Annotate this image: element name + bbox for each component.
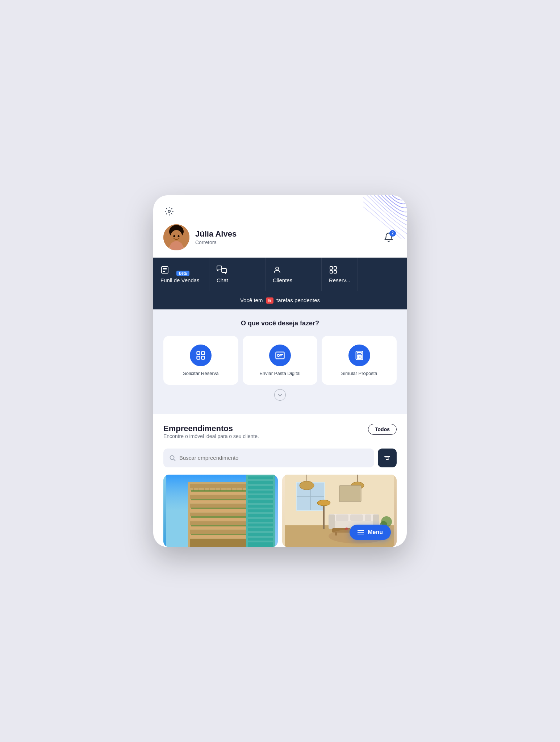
svg-rect-11 <box>222 268 226 272</box>
svg-rect-120 <box>340 486 360 501</box>
dev-title: Empreendimentos <box>163 424 259 433</box>
svg-rect-44 <box>190 484 251 488</box>
svg-rect-106 <box>350 514 363 521</box>
svg-rect-103 <box>329 514 335 529</box>
svg-rect-65 <box>190 530 251 534</box>
property-grid: Menu <box>163 475 397 547</box>
svg-rect-82 <box>248 509 273 512</box>
svg-point-4 <box>174 235 175 237</box>
action-enviar-pasta[interactable]: Enviar Pasta Digital <box>243 336 318 385</box>
chat-icon <box>217 266 227 274</box>
svg-rect-85 <box>248 524 273 526</box>
svg-rect-29 <box>360 355 362 357</box>
svg-rect-107 <box>365 514 371 521</box>
pasta-icon <box>275 350 285 360</box>
calc-icon <box>354 350 364 360</box>
svg-rect-73 <box>191 534 250 535</box>
search-input-wrap <box>163 449 374 467</box>
search-input[interactable] <box>179 455 368 461</box>
tab-funil[interactable]: Beta Funil de Vendas <box>153 258 209 291</box>
dev-subtitle: Encontre o imóvel ideal para o seu clien… <box>163 433 259 439</box>
svg-rect-77 <box>248 486 273 489</box>
svg-rect-68 <box>191 490 250 492</box>
svg-rect-114 <box>323 504 325 529</box>
svg-point-38 <box>385 456 386 457</box>
svg-rect-71 <box>191 516 250 518</box>
developments-section: Empreendimentos Encontre o imóvel ideal … <box>153 414 407 547</box>
svg-rect-70 <box>191 508 250 509</box>
svg-rect-15 <box>330 271 333 273</box>
svg-line-34 <box>174 459 176 461</box>
action-simular-proposta[interactable]: Simular Proposta <box>322 336 397 385</box>
enviar-pasta-icon-circle <box>269 345 291 366</box>
svg-point-0 <box>168 210 170 212</box>
chevron-down-icon <box>277 392 283 397</box>
tasks-text-after: tarefas pendentes <box>276 297 320 303</box>
solicitar-reserva-label: Solicitar Reserva <box>183 371 218 376</box>
svg-rect-84 <box>248 519 273 522</box>
tab-clientes-label: Clientes <box>273 277 292 283</box>
dev-title-group: Empreendimentos Encontre o imóvel ideal … <box>163 424 259 446</box>
svg-rect-59 <box>190 504 251 508</box>
simular-proposta-label: Simular Proposta <box>341 371 377 376</box>
nav-tabs: Beta Funil de Vendas Chat <box>153 258 407 291</box>
svg-point-40 <box>387 459 388 460</box>
svg-point-98 <box>300 481 314 490</box>
user-role: Corretora <box>195 239 237 245</box>
tab-chat-label: Chat <box>217 277 228 283</box>
svg-rect-76 <box>248 481 273 484</box>
enviar-pasta-label: Enviar Pasta Digital <box>259 371 300 376</box>
tab-chat[interactable]: Chat <box>209 258 266 291</box>
search-row <box>163 449 397 467</box>
property-card-left[interactable] <box>163 475 278 547</box>
svg-point-115 <box>317 500 330 506</box>
svg-rect-69 <box>191 499 250 500</box>
svg-rect-14 <box>334 267 337 269</box>
svg-point-12 <box>276 267 279 270</box>
simular-proposta-icon-circle <box>348 345 370 366</box>
grid-icon <box>329 266 338 274</box>
actions-section: O que você deseja fazer? Solicitar Reser… <box>153 309 407 414</box>
svg-rect-67 <box>190 539 251 547</box>
tab-reservas[interactable]: Reserv... <box>322 258 358 291</box>
svg-point-33 <box>170 455 174 459</box>
dev-header: Empreendimentos Encontre o imóvel ideal … <box>163 424 397 446</box>
svg-rect-20 <box>202 356 205 359</box>
solicitar-icon <box>196 350 206 360</box>
filter-icon <box>384 454 391 462</box>
svg-rect-72 <box>191 525 250 526</box>
scroll-indicator <box>163 385 397 407</box>
svg-rect-83 <box>248 514 273 517</box>
todos-button[interactable]: Todos <box>368 424 397 435</box>
filter-button[interactable] <box>378 449 397 467</box>
svg-point-22 <box>277 354 279 357</box>
svg-rect-88 <box>248 538 273 541</box>
svg-rect-105 <box>336 514 348 521</box>
profile-details: Júlia Alves Corretora <box>195 229 237 245</box>
tasks-text-before: Você tem <box>240 297 263 303</box>
svg-rect-28 <box>359 355 360 357</box>
user-name: Júlia Alves <box>195 229 237 239</box>
svg-rect-78 <box>248 491 273 493</box>
svg-rect-79 <box>248 495 273 498</box>
svg-rect-81 <box>248 505 273 508</box>
menu-icon <box>358 530 364 535</box>
menu-button[interactable]: Menu <box>350 525 391 540</box>
property-card-right[interactable]: Menu <box>282 475 397 547</box>
beta-badge: Beta <box>176 271 189 276</box>
svg-rect-32 <box>360 357 362 358</box>
tasks-banner: Você tem 5 tarefas pendentes <box>153 291 407 309</box>
svg-rect-18 <box>202 351 205 354</box>
settings-button[interactable] <box>163 205 175 217</box>
profile-info: Júlia Alves Corretora <box>163 224 237 250</box>
svg-rect-17 <box>197 351 200 354</box>
action-solicitar-reserva[interactable]: Solicitar Reserva <box>163 336 238 385</box>
header: Júlia Alves Corretora 2 <box>153 195 407 258</box>
tab-clientes[interactable]: Clientes <box>266 258 322 291</box>
scroll-down-button[interactable] <box>274 389 286 401</box>
notification-badge: 2 <box>389 230 396 237</box>
svg-rect-16 <box>334 271 337 273</box>
svg-rect-75 <box>248 476 273 479</box>
svg-rect-57 <box>190 495 251 499</box>
notification-button[interactable]: 2 <box>381 229 397 245</box>
